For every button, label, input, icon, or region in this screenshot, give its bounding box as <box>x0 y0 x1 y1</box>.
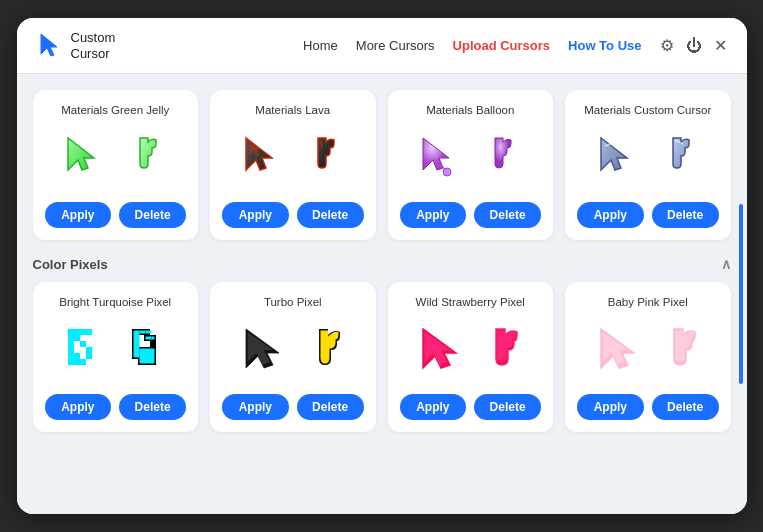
delete-button[interactable]: Delete <box>474 394 541 420</box>
apply-button[interactable]: Apply <box>400 202 467 228</box>
delete-button[interactable]: Delete <box>652 394 719 420</box>
svg-marker-1 <box>68 138 94 170</box>
apply-button[interactable]: Apply <box>222 394 289 420</box>
svg-rect-35 <box>146 331 152 334</box>
balloon-arrow-icon <box>417 134 465 182</box>
card-bright-turquoise-pixel: Bright Turquoise Pixel <box>33 282 199 432</box>
card-materials-green-jelly: Materials Green Jelly <box>33 90 199 240</box>
svg-rect-37 <box>152 337 155 340</box>
svg-rect-38 <box>140 349 155 364</box>
card-title: Materials Lava <box>255 104 330 116</box>
nav-more-cursors[interactable]: More Cursors <box>356 38 435 53</box>
card-buttons: Apply Delete <box>400 202 542 228</box>
card-turbo-pixel: Turbo Pixel Apply Delete <box>210 282 376 432</box>
turbo-pointer-icon <box>298 326 346 374</box>
svg-rect-34 <box>140 331 146 334</box>
cursor-images <box>62 128 168 188</box>
color-pixels-grid: Bright Turquoise Pixel <box>33 282 731 432</box>
delete-button[interactable]: Delete <box>119 202 186 228</box>
delete-button[interactable]: Delete <box>297 202 364 228</box>
svg-rect-29 <box>150 341 156 347</box>
card-title: Bright Turquoise Pixel <box>59 296 171 308</box>
svg-rect-17 <box>80 341 86 347</box>
svg-rect-19 <box>74 359 80 365</box>
cursor-images <box>240 128 346 188</box>
apply-button[interactable]: Apply <box>577 394 644 420</box>
svg-marker-4 <box>423 138 449 170</box>
svg-rect-16 <box>74 335 80 341</box>
card-title: Materials Custom Cursor <box>584 104 711 116</box>
apply-button[interactable]: Apply <box>400 394 467 420</box>
svg-rect-22 <box>86 353 92 359</box>
svg-rect-12 <box>68 341 74 347</box>
apply-button[interactable]: Apply <box>45 394 112 420</box>
power-icon[interactable]: ⏻ <box>686 37 702 55</box>
turquoise-pointer-icon <box>120 326 168 374</box>
card-title: Materials Green Jelly <box>61 104 169 116</box>
collapse-icon[interactable]: ∧ <box>721 256 731 272</box>
content-area: Materials Green Jelly <box>17 74 747 514</box>
balloon-pointer-icon <box>475 134 523 182</box>
delete-button[interactable]: Delete <box>474 202 541 228</box>
logo-text: Custom Cursor <box>71 30 116 61</box>
svg-rect-20 <box>80 359 86 365</box>
gear-icon[interactable]: ⚙ <box>660 36 674 55</box>
cursor-images <box>240 320 346 380</box>
svg-rect-13 <box>68 347 74 353</box>
card-wild-strawberry-pixel: Wild Strawberry Pixel Apply Delete <box>388 282 554 432</box>
card-buttons: Apply Delete <box>45 394 187 420</box>
scrollbar[interactable] <box>739 204 743 384</box>
baby-pink-arrow-icon <box>595 326 643 374</box>
section-header-color-pixels: Color Pixels ∧ <box>33 256 731 272</box>
nav-how-to-use[interactable]: How To Use <box>568 38 641 53</box>
logo-line2: Cursor <box>71 46 116 62</box>
apply-button[interactable]: Apply <box>577 202 644 228</box>
cursor-images <box>417 128 523 188</box>
lava-arrow-icon <box>240 134 288 182</box>
logo-line1: Custom <box>71 30 116 46</box>
card-buttons: Apply Delete <box>45 202 187 228</box>
card-materials-lava: Materials Lava <box>210 90 376 240</box>
nav-upload-cursors[interactable]: Upload Cursors <box>453 38 551 53</box>
card-buttons: Apply Delete <box>222 202 364 228</box>
delete-button[interactable]: Delete <box>119 394 186 420</box>
strawberry-arrow-icon <box>417 326 465 374</box>
card-title: Materials Balloon <box>426 104 514 116</box>
strawberry-pointer-icon <box>475 326 523 374</box>
apply-button[interactable]: Apply <box>222 202 289 228</box>
card-buttons: Apply Delete <box>577 394 719 420</box>
titlebar: Custom Cursor Home More Cursors Upload C… <box>17 18 747 74</box>
svg-rect-15 <box>68 359 74 365</box>
svg-rect-23 <box>68 329 92 335</box>
green-jelly-arrow-icon <box>62 134 110 182</box>
card-buttons: Apply Delete <box>400 394 542 420</box>
card-buttons: Apply Delete <box>577 202 719 228</box>
logo-icon <box>37 32 65 60</box>
close-icon[interactable]: ✕ <box>714 36 727 55</box>
svg-rect-33 <box>134 331 140 358</box>
svg-rect-36 <box>146 337 152 340</box>
card-baby-pink-pixel: Baby Pink Pixel Apply Delete <box>565 282 731 432</box>
green-jelly-pointer-icon <box>120 134 168 182</box>
baby-pink-pointer-icon <box>653 326 701 374</box>
cursor-images <box>595 128 701 188</box>
nav-home[interactable]: Home <box>303 38 338 53</box>
card-buttons: Apply Delete <box>222 394 364 420</box>
svg-rect-14 <box>68 353 74 359</box>
apply-button[interactable]: Apply <box>45 202 112 228</box>
svg-marker-2 <box>246 138 272 170</box>
card-title: Baby Pink Pixel <box>608 296 688 308</box>
delete-button[interactable]: Delete <box>297 394 364 420</box>
svg-rect-21 <box>86 347 92 353</box>
cursor-images <box>595 320 701 380</box>
delete-button[interactable]: Delete <box>652 202 719 228</box>
turquoise-arrow-icon <box>62 326 110 374</box>
card-materials-custom-cursor: Materials Custom Cursor <box>565 90 731 240</box>
card-title: Wild Strawberry Pixel <box>416 296 525 308</box>
titlebar-icons: ⚙ ⏻ ✕ <box>660 36 727 55</box>
card-materials-balloon: Materials Balloon <box>388 90 554 240</box>
section-label: Color Pixels <box>33 257 108 272</box>
turbo-arrow-icon <box>240 326 288 374</box>
svg-marker-0 <box>41 34 57 56</box>
lava-pointer-icon <box>298 134 346 182</box>
